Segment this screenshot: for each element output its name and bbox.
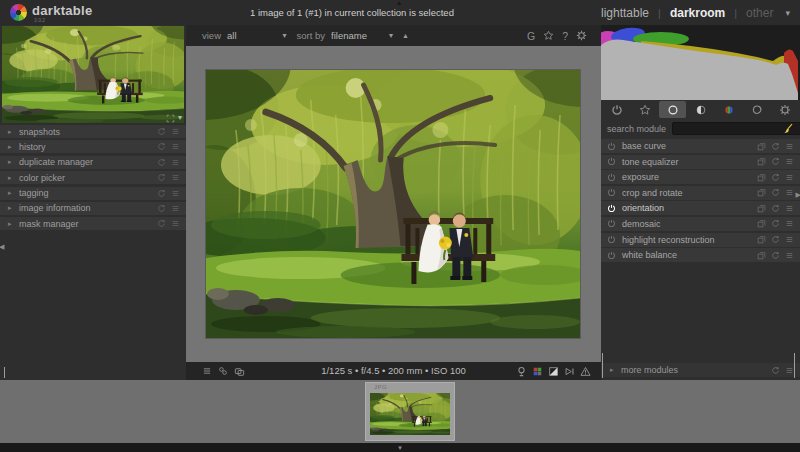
module-group-tab-effect[interactable] — [771, 101, 798, 118]
processing-module-orientation[interactable]: orientation — [601, 201, 800, 215]
preferences-gear-icon[interactable] — [576, 30, 587, 41]
module-group-tab-tone[interactable] — [687, 101, 714, 118]
left-module-duplicate-manager[interactable]: ▸ duplicate manager — [0, 156, 186, 169]
left-module-snapshots[interactable]: ▸ snapshots — [0, 125, 186, 138]
reset-icon[interactable] — [157, 219, 166, 228]
grouping-icon[interactable]: G — [527, 30, 535, 42]
raw-overexposed-warning-icon[interactable] — [580, 366, 591, 377]
reset-icon[interactable] — [771, 251, 780, 260]
view-tab-lighttable[interactable]: lighttable — [601, 6, 649, 20]
left-panel-scrollbar[interactable] — [4, 367, 5, 378]
power-toggle-icon[interactable] — [607, 204, 616, 213]
sort-dropdown-icon[interactable]: ▾ — [389, 31, 393, 40]
reset-icon[interactable] — [771, 188, 780, 197]
left-panel-collapse-icon[interactable]: ◀ — [0, 243, 4, 251]
processing-module-crop-and-rotate[interactable]: crop and rotate — [601, 186, 800, 200]
processing-module-demosaic[interactable]: demosaic — [601, 217, 800, 231]
multi-instance-icon[interactable] — [757, 251, 766, 260]
reset-icon[interactable] — [157, 158, 166, 167]
reset-icon[interactable] — [157, 142, 166, 151]
power-toggle-icon[interactable] — [607, 219, 616, 228]
left-module-history[interactable]: ▸ history — [0, 140, 186, 153]
module-group-tab-color[interactable] — [715, 101, 742, 118]
image-canvas[interactable] — [186, 46, 601, 362]
presets-menu-icon[interactable] — [785, 366, 794, 375]
reset-icon[interactable] — [771, 235, 780, 244]
presets-menu-icon[interactable] — [171, 204, 180, 213]
gamut-check-icon[interactable] — [532, 366, 543, 377]
reset-icon[interactable] — [771, 173, 780, 182]
power-toggle-icon[interactable] — [607, 157, 616, 166]
presets-menu-icon[interactable] — [171, 127, 180, 136]
module-group-tab-active-modules[interactable] — [603, 101, 630, 118]
presets-menu-icon[interactable] — [785, 142, 794, 151]
view-tab-darkroom[interactable]: darkroom — [670, 6, 725, 20]
module-group-tab-base[interactable] — [659, 101, 686, 118]
module-group-tab-correction[interactable] — [743, 101, 770, 118]
top-panel-collapse-icon[interactable]: ▴ — [397, 0, 401, 7]
module-group-tab-favorites[interactable] — [631, 101, 658, 118]
multi-instance-icon[interactable] — [757, 142, 766, 151]
left-module-image-information[interactable]: ▸ image information — [0, 202, 186, 215]
multi-instance-icon[interactable] — [757, 204, 766, 213]
presets-menu-icon[interactable] — [785, 173, 794, 182]
power-toggle-icon[interactable] — [607, 235, 616, 244]
left-module-color-picker[interactable]: ▸ color picker — [0, 171, 186, 184]
sort-value[interactable]: filename — [331, 30, 367, 41]
presets-menu-icon[interactable] — [171, 173, 180, 182]
more-modules-row[interactable]: ▸ more modules — [601, 363, 800, 377]
reset-icon[interactable] — [157, 173, 166, 182]
power-toggle-icon[interactable] — [607, 251, 616, 260]
multi-instance-icon[interactable] — [757, 235, 766, 244]
reset-icon[interactable] — [157, 127, 166, 136]
processing-module-highlight-reconstruction[interactable]: highlight reconstruction — [601, 233, 800, 247]
presets-menu-icon[interactable] — [171, 219, 180, 228]
help-icon[interactable]: ? — [562, 30, 568, 42]
view-tab-other[interactable]: other — [746, 6, 773, 20]
right-panel-scrollbar[interactable] — [602, 353, 603, 378]
processing-module-white-balance[interactable]: white balance — [601, 248, 800, 262]
reset-icon[interactable] — [157, 189, 166, 198]
exposure-warning-icon[interactable] — [548, 366, 559, 377]
multi-instance-icon[interactable] — [757, 173, 766, 182]
right-panel-collapse-icon[interactable]: ▶ — [796, 191, 800, 199]
multi-instance-icon[interactable] — [757, 219, 766, 228]
reset-icon[interactable] — [771, 157, 780, 166]
module-search-input[interactable] — [672, 122, 800, 135]
power-toggle-icon[interactable] — [607, 142, 616, 151]
reset-icon[interactable] — [771, 366, 780, 375]
presets-menu-icon[interactable] — [785, 219, 794, 228]
view-filter-dropdown-icon[interactable]: ▾ — [283, 31, 287, 40]
second-window-icon[interactable] — [234, 366, 245, 377]
processing-module-tone-equalizer[interactable]: tone equalizer — [601, 155, 800, 169]
guides-icon[interactable] — [218, 366, 228, 376]
histogram[interactable] — [601, 25, 800, 100]
filmstrip-collapse-icon[interactable]: ▾ — [398, 443, 402, 452]
multi-instance-icon[interactable] — [757, 157, 766, 166]
processing-module-base-curve[interactable]: base curve — [601, 139, 800, 153]
zoom-level-dropdown-icon[interactable]: ▾ — [178, 113, 182, 123]
overlays-star-icon[interactable] — [543, 30, 554, 41]
brush-icon[interactable] — [782, 123, 793, 134]
zoom-fit-icon[interactable] — [166, 114, 175, 123]
main-image[interactable] — [206, 70, 580, 338]
view-dropdown-icon[interactable]: ▾ — [785, 8, 790, 18]
multi-instance-icon[interactable] — [757, 188, 766, 197]
processing-module-exposure[interactable]: exposure — [601, 170, 800, 184]
reset-icon[interactable] — [771, 142, 780, 151]
presets-menu-icon[interactable] — [171, 142, 180, 151]
presets-menu-icon[interactable] — [785, 251, 794, 260]
power-toggle-icon[interactable] — [607, 173, 616, 182]
left-module-mask-manager[interactable]: ▸ mask manager — [0, 217, 186, 230]
presets-menu-icon[interactable] — [785, 204, 794, 213]
reset-icon[interactable] — [771, 219, 780, 228]
navigation-thumbnail[interactable]: ▾ — [2, 26, 184, 123]
filmstrip-thumbnail[interactable]: JPG — [365, 382, 455, 441]
softproof-icon[interactable] — [564, 366, 575, 377]
reset-icon[interactable] — [771, 204, 780, 213]
left-module-tagging[interactable]: ▸ tagging — [0, 187, 186, 200]
presets-menu-icon[interactable] — [171, 189, 180, 198]
reset-icon[interactable] — [157, 204, 166, 213]
presets-menu-icon[interactable] — [785, 188, 794, 197]
sort-ascending-icon[interactable]: ▲ — [402, 32, 409, 39]
